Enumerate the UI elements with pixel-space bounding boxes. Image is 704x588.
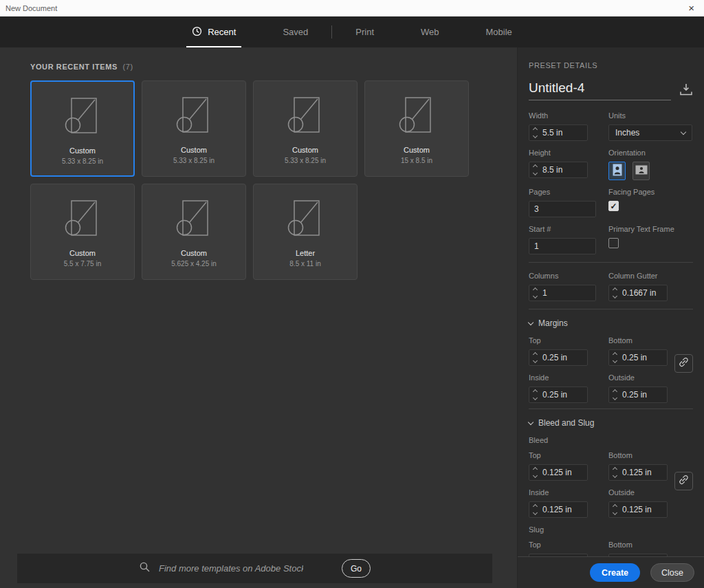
preset-card-size: 5.625 x 4.25 in	[171, 260, 217, 268]
chevron-down-icon	[681, 129, 686, 134]
margin-bottom-input[interactable]	[621, 353, 667, 362]
preset-card-custom-6[interactable]: Custom 5.625 x 4.25 in	[142, 184, 246, 280]
preset-card-size: 15 x 8.5 in	[401, 157, 432, 164]
facing-pages-checkbox[interactable]	[608, 201, 619, 211]
tab-mobile[interactable]: Mobile	[463, 17, 536, 47]
preset-card-custom-3[interactable]: Custom 5.33 x 8.25 in	[253, 80, 358, 177]
width-stepper[interactable]	[529, 127, 541, 139]
preset-card-size: 5.33 x 8.25 in	[285, 157, 326, 164]
columns-label: Columns	[529, 272, 608, 280]
margin-bottom-stepper[interactable]	[609, 351, 621, 364]
preset-card-custom-4[interactable]: Custom 15 x 8.5 in	[364, 80, 469, 177]
primary-text-frame-checkbox[interactable]	[608, 238, 619, 248]
bleed-link-button[interactable]	[674, 472, 693, 490]
columns-input[interactable]	[541, 288, 595, 298]
preset-card-custom-5[interactable]: Custom 5.5 x 7.75 in	[30, 184, 135, 280]
stock-search-input[interactable]	[159, 563, 303, 574]
tab-web[interactable]: Web	[397, 17, 463, 47]
margin-bottom-field	[608, 349, 668, 366]
margin-top-stepper[interactable]	[529, 351, 541, 364]
bleed-outside-input[interactable]	[621, 505, 667, 514]
start-number-input[interactable]	[529, 241, 595, 251]
margin-bottom-label: Bottom	[608, 336, 693, 345]
window-titlebar: New Document ×	[0, 0, 704, 17]
width-label: Width	[529, 111, 608, 120]
preset-card-name: Letter	[296, 249, 315, 257]
margin-outside-input[interactable]	[621, 390, 667, 400]
preset-card-custom-1[interactable]: Custom 5.33 x 8.25 in	[30, 80, 135, 177]
bleed-top-input[interactable]	[541, 468, 587, 477]
tab-print-label: Print	[355, 27, 374, 37]
close-button[interactable]: Close	[650, 563, 694, 582]
chevron-down-icon	[528, 420, 534, 425]
chevron-down-icon	[528, 320, 534, 325]
margins-collapse-header[interactable]: Margins	[529, 318, 693, 328]
recent-items-area: YOUR RECENT ITEMS (7) Custom 5.33 x 8.25…	[0, 47, 517, 588]
recent-items-heading: YOUR RECENT ITEMS (7)	[0, 47, 517, 80]
height-input[interactable]	[541, 165, 587, 175]
columns-field	[529, 285, 596, 301]
bleed-top-stepper[interactable]	[529, 466, 541, 479]
margin-inside-stepper[interactable]	[529, 389, 541, 401]
bleed-bottom-stepper[interactable]	[609, 466, 621, 479]
bleed-top-label: Top	[529, 451, 608, 459]
preset-card-name: Custom	[404, 146, 430, 154]
column-gutter-field	[608, 285, 668, 301]
pages-input[interactable]	[529, 204, 595, 214]
margin-top-field	[529, 349, 588, 366]
facing-pages-label: Facing Pages	[608, 188, 693, 196]
units-dropdown[interactable]: Inches	[608, 124, 692, 141]
tab-recent[interactable]: Recent	[168, 17, 259, 47]
pages-label: Pages	[529, 188, 608, 196]
columns-stepper[interactable]	[529, 287, 541, 299]
bleed-inside-stepper[interactable]	[529, 503, 541, 516]
preset-card-name: Custom	[181, 249, 207, 257]
bleed-slug-collapse-header[interactable]: Bleed and Slug	[529, 418, 693, 428]
window-close-icon[interactable]: ×	[684, 3, 698, 13]
stock-go-button[interactable]: Go	[342, 559, 371, 578]
margins-link-button[interactable]	[674, 354, 693, 373]
tab-print[interactable]: Print	[332, 17, 397, 47]
orientation-landscape-button[interactable]	[632, 162, 650, 180]
width-input[interactable]	[541, 128, 587, 138]
document-name-field[interactable]: Untitled-4	[529, 80, 671, 100]
bleed-bottom-field	[608, 464, 668, 481]
recent-items-count: (7)	[123, 63, 133, 71]
orientation-portrait-button[interactable]	[608, 162, 626, 180]
column-gutter-input[interactable]	[621, 288, 667, 298]
margin-outside-label: Outside	[608, 373, 693, 382]
slug-sublabel: Slug	[529, 525, 693, 534]
orientation-label: Orientation	[608, 149, 693, 157]
margin-inside-input[interactable]	[541, 390, 587, 400]
tab-saved[interactable]: Saved	[259, 17, 331, 47]
new-document-dialog: New Document × Recent Saved Print Web Mo…	[0, 0, 704, 588]
width-field	[529, 124, 588, 141]
bleed-bottom-input[interactable]	[621, 468, 667, 477]
tab-mobile-label: Mobile	[486, 27, 512, 37]
landscape-page-icon	[635, 165, 648, 177]
tab-recent-label: Recent	[208, 27, 236, 37]
create-button[interactable]: Create	[590, 563, 640, 582]
margins-heading: Margins	[538, 318, 568, 328]
bleed-outside-stepper[interactable]	[609, 503, 621, 516]
margin-inside-label: Inside	[529, 373, 608, 382]
bleed-slug-heading: Bleed and Slug	[538, 418, 594, 428]
column-gutter-stepper[interactable]	[609, 287, 621, 299]
document-sketch-icon	[284, 198, 327, 241]
divider	[529, 409, 693, 409]
height-stepper[interactable]	[529, 164, 541, 176]
bleed-inside-input[interactable]	[541, 505, 587, 514]
height-field	[529, 162, 588, 178]
save-preset-button[interactable]	[679, 83, 693, 100]
margin-outside-stepper[interactable]	[609, 389, 621, 401]
chain-link-icon	[678, 474, 690, 488]
preset-card-letter[interactable]: Letter 8.5 x 11 in	[253, 184, 358, 280]
preset-card-custom-2[interactable]: Custom 5.33 x 8.25 in	[142, 80, 246, 177]
column-gutter-label: Column Gutter	[608, 272, 693, 280]
recent-items-heading-text: YOUR RECENT ITEMS	[30, 63, 118, 71]
bleed-top-field	[529, 464, 588, 481]
chain-link-icon	[678, 356, 690, 371]
margins-section: Margins Top Bottom	[529, 318, 693, 403]
tab-web-label: Web	[421, 27, 439, 37]
margin-top-input[interactable]	[541, 353, 587, 362]
